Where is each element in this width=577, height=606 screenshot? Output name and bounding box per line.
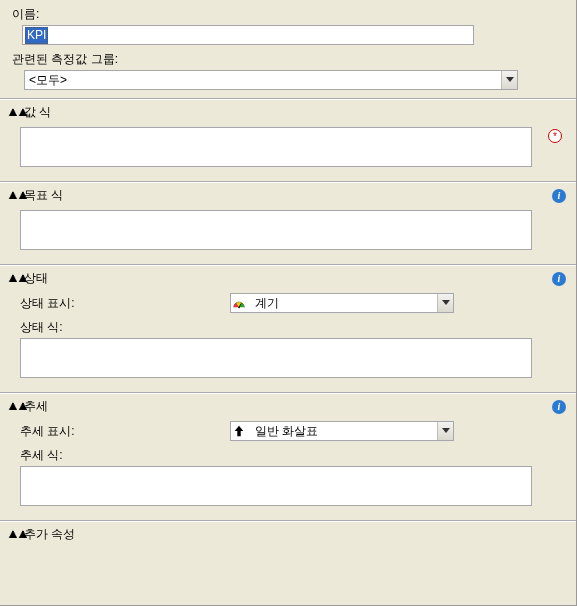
chevron-down-icon[interactable]: [437, 422, 453, 440]
section-header-value[interactable]: ⯅⯅ 값 식: [6, 100, 570, 125]
trend-expression-label: 추세 식:: [20, 447, 562, 464]
svg-marker-4: [235, 426, 244, 436]
required-icon: *: [548, 129, 562, 143]
status-expression-input[interactable]: [20, 338, 532, 378]
trend-expression-input[interactable]: [20, 466, 532, 506]
collapse-icon: ⯅⯅: [8, 108, 20, 118]
measuregroup-value: <모두>: [25, 72, 501, 89]
name-label: 이름:: [12, 6, 568, 23]
collapse-icon: ⯅⯅: [8, 191, 20, 201]
collapse-icon: ⯅⯅: [8, 530, 20, 540]
arrow-up-icon: [231, 424, 247, 438]
value-expression-input[interactable]: [20, 127, 532, 167]
section-header-trend[interactable]: ⯅⯅ 추세 i: [6, 394, 570, 419]
trend-indicator-value: 일반 화살표: [251, 423, 437, 440]
section-title-additional: 추가 속성: [24, 526, 75, 543]
section-header-additional[interactable]: ⯅⯅ 추가 속성: [6, 522, 570, 547]
collapse-icon: ⯅⯅: [8, 274, 20, 284]
section-title-goal: 목표 식: [24, 187, 63, 204]
section-header-goal[interactable]: ⯅⯅ 목표 식 i: [6, 183, 570, 208]
section-title-trend: 추세: [24, 398, 48, 415]
section-header-status[interactable]: ⯅⯅ 상태 i: [6, 266, 570, 291]
info-icon[interactable]: i: [552, 189, 566, 203]
svg-marker-3: [442, 300, 450, 305]
svg-point-2: [238, 306, 240, 308]
status-indicator-value: 계기: [251, 295, 437, 312]
info-icon[interactable]: i: [552, 400, 566, 414]
name-input-value: KPI: [25, 27, 48, 44]
trend-indicator-label: 추세 표시:: [20, 423, 230, 440]
chevron-down-icon[interactable]: [501, 71, 517, 89]
info-icon[interactable]: i: [552, 272, 566, 286]
svg-marker-0: [506, 77, 514, 82]
section-title-status: 상태: [24, 270, 48, 287]
goal-expression-input[interactable]: [20, 210, 532, 250]
section-title-value: 값 식: [24, 104, 51, 121]
collapse-icon: ⯅⯅: [8, 402, 20, 412]
measuregroup-label: 관련된 측정값 그룹:: [12, 51, 568, 68]
status-expression-label: 상태 식:: [20, 319, 562, 336]
trend-indicator-select[interactable]: 일반 화살표: [230, 421, 454, 441]
gauge-icon: [231, 296, 247, 310]
status-indicator-select[interactable]: 계기: [230, 293, 454, 313]
svg-marker-5: [442, 428, 450, 433]
status-indicator-label: 상태 표시:: [20, 295, 230, 312]
name-input[interactable]: KPI: [22, 25, 474, 45]
chevron-down-icon[interactable]: [437, 294, 453, 312]
measuregroup-select[interactable]: <모두>: [24, 70, 518, 90]
